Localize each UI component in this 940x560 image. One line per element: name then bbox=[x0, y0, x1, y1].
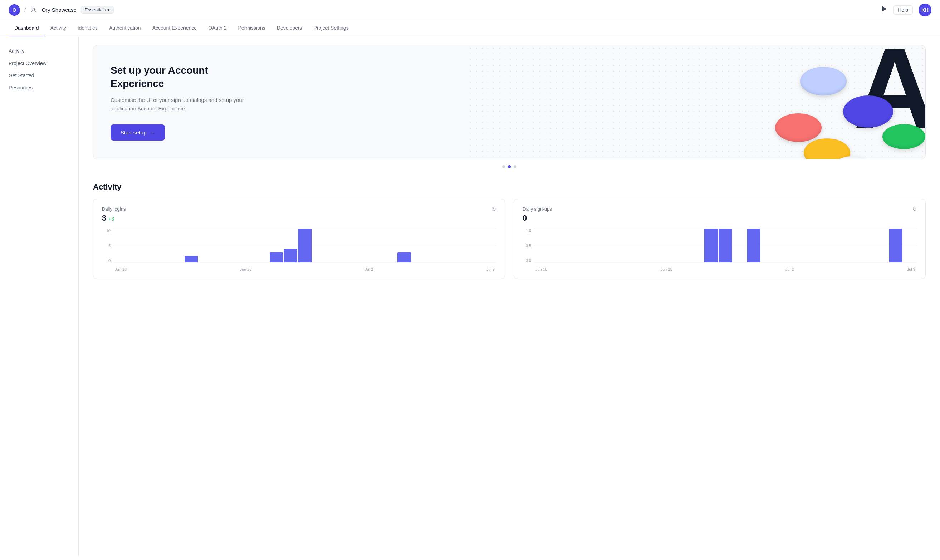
x-label-jul2-s: Jul 2 bbox=[786, 267, 794, 271]
circle-purple bbox=[843, 95, 893, 128]
bar bbox=[270, 252, 283, 263]
signups-bars bbox=[534, 229, 917, 263]
carousel-dot-1[interactable] bbox=[508, 165, 511, 168]
svg-point-0 bbox=[33, 8, 35, 10]
bar bbox=[397, 252, 411, 263]
essentials-badge[interactable]: Essentials ▾ bbox=[81, 6, 114, 14]
circle-pink bbox=[775, 113, 822, 142]
logins-chart-area: 10 5 0 Jun 18 Jun 25 Jul 2 Jul 9 bbox=[102, 229, 496, 271]
project-name: Ory Showcase bbox=[42, 7, 77, 13]
x-label-jul9: Jul 9 bbox=[486, 267, 495, 271]
sidebar-item-activity[interactable]: Activity bbox=[0, 45, 78, 57]
hero-content: Set up your Account Experience Customise… bbox=[93, 47, 265, 158]
y-axis-logins: 10 5 0 bbox=[102, 229, 112, 263]
sidebar: ActivityProject OverviewGet StartedResou… bbox=[0, 37, 79, 557]
refresh-icon-logins[interactable]: ↻ bbox=[492, 206, 496, 212]
refresh-icon-signups[interactable]: ↻ bbox=[912, 206, 917, 212]
chart-header: Daily logins ↻ bbox=[102, 206, 496, 212]
x-labels-signups: Jun 18 Jun 25 Jul 2 Jul 9 bbox=[534, 267, 917, 271]
nav-tabs: DashboardActivityIdentitiesAuthenticatio… bbox=[0, 20, 940, 37]
sidebar-item-resources[interactable]: Resources bbox=[0, 82, 78, 94]
carousel-dot-0[interactable] bbox=[502, 165, 505, 168]
chart-label-logins: Daily logins bbox=[102, 206, 126, 212]
carousel-dot-2[interactable] bbox=[514, 165, 517, 168]
logins-bars bbox=[113, 229, 496, 263]
circle-green bbox=[882, 124, 925, 149]
nav-tab-developers[interactable]: Developers bbox=[271, 20, 308, 37]
header: O / Ory Showcase Essentials ▾ Help KH bbox=[0, 0, 940, 20]
help-button[interactable]: Help bbox=[893, 5, 913, 15]
sidebar-item-project-overview[interactable]: Project Overview bbox=[0, 57, 78, 69]
x-labels-logins: Jun 18 Jun 25 Jul 2 Jul 9 bbox=[113, 267, 496, 271]
project-icon bbox=[30, 6, 37, 14]
hero-illustration: A bbox=[468, 45, 925, 159]
avatar[interactable]: KH bbox=[918, 3, 931, 17]
carousel-dots bbox=[93, 165, 926, 168]
y-label-1: 1.0 bbox=[526, 229, 531, 233]
circle-yellow bbox=[804, 138, 850, 159]
nav-tab-account-experience[interactable]: Account Experience bbox=[147, 20, 203, 37]
circle-blue-light bbox=[800, 67, 847, 95]
chart-label-signups: Daily sign-ups bbox=[523, 206, 552, 212]
hero-banner: Set up your Account Experience Customise… bbox=[93, 45, 926, 160]
bar bbox=[718, 229, 732, 263]
daily-logins-card: Daily logins ↻ 3 +3 10 5 0 bbox=[93, 199, 505, 279]
bar bbox=[889, 229, 903, 263]
logins-delta: +3 bbox=[108, 216, 114, 222]
x-label-jun25: Jun 25 bbox=[240, 267, 252, 271]
y-label-05: 0.5 bbox=[526, 243, 531, 248]
signups-chart-area: 1.0 0.5 0.0 Jun 18 Jun 25 Jul 2 Jul 9 bbox=[523, 229, 917, 271]
x-label-jul2: Jul 2 bbox=[365, 267, 373, 271]
logo-text: O bbox=[12, 7, 17, 13]
layout: ActivityProject OverviewGet StartedResou… bbox=[0, 37, 940, 557]
y-label-5: 5 bbox=[108, 243, 111, 248]
bar bbox=[185, 256, 198, 263]
x-label-jun25-s: Jun 25 bbox=[661, 267, 672, 271]
nav-tab-dashboard[interactable]: Dashboard bbox=[9, 20, 45, 37]
svg-marker-1 bbox=[882, 6, 886, 11]
x-label-jun18: Jun 18 bbox=[115, 267, 127, 271]
nav-tab-identities[interactable]: Identities bbox=[72, 20, 103, 37]
logo[interactable]: O bbox=[9, 4, 20, 16]
bar bbox=[284, 249, 297, 263]
header-right: Help KH bbox=[881, 3, 931, 17]
nav-tab-permissions[interactable]: Permissions bbox=[232, 20, 271, 37]
hero-title: Set up your Account Experience bbox=[111, 64, 248, 90]
arrow-icon: → bbox=[149, 129, 155, 135]
play-icon[interactable] bbox=[881, 6, 888, 14]
start-setup-label: Start setup bbox=[120, 129, 147, 135]
hero-description: Customise the UI of your sign up dialogs… bbox=[111, 96, 248, 113]
nav-tab-activity[interactable]: Activity bbox=[45, 20, 72, 37]
logins-count: 3 bbox=[102, 214, 106, 223]
bar bbox=[704, 229, 718, 263]
y-label-0: 0 bbox=[108, 258, 111, 263]
nav-tab-project-settings[interactable]: Project Settings bbox=[308, 20, 354, 37]
chevron-down-icon: ▾ bbox=[107, 7, 110, 12]
sidebar-item-get-started[interactable]: Get Started bbox=[0, 69, 78, 82]
nav-tab-authentication[interactable]: Authentication bbox=[103, 20, 147, 37]
daily-signups-card: Daily sign-ups ↻ 0 1.0 0.5 0.0 bbox=[514, 199, 926, 279]
y-label-10: 10 bbox=[106, 229, 111, 233]
signups-count: 0 bbox=[523, 214, 527, 223]
activity-section-title: Activity bbox=[93, 182, 926, 192]
main-content: Set up your Account Experience Customise… bbox=[79, 37, 940, 557]
x-label-jun18-s: Jun 18 bbox=[535, 267, 547, 271]
chart-value-logins: 3 +3 bbox=[102, 214, 496, 223]
circles bbox=[468, 45, 925, 159]
chart-header-signups: Daily sign-ups ↻ bbox=[523, 206, 917, 212]
x-label-jul9-s: Jul 9 bbox=[907, 267, 915, 271]
breadcrumb-separator: / bbox=[24, 7, 26, 13]
nav-tab-oauth-2[interactable]: OAuth 2 bbox=[202, 20, 232, 37]
y-label-00: 0.0 bbox=[526, 258, 531, 263]
charts-row: Daily logins ↻ 3 +3 10 5 0 bbox=[93, 199, 926, 279]
badge-label: Essentials bbox=[85, 7, 106, 12]
y-axis-signups: 1.0 0.5 0.0 bbox=[523, 229, 532, 263]
chart-value-signups: 0 bbox=[523, 214, 917, 223]
bar bbox=[747, 229, 761, 263]
start-setup-button[interactable]: Start setup → bbox=[111, 125, 165, 140]
bar bbox=[298, 229, 312, 263]
